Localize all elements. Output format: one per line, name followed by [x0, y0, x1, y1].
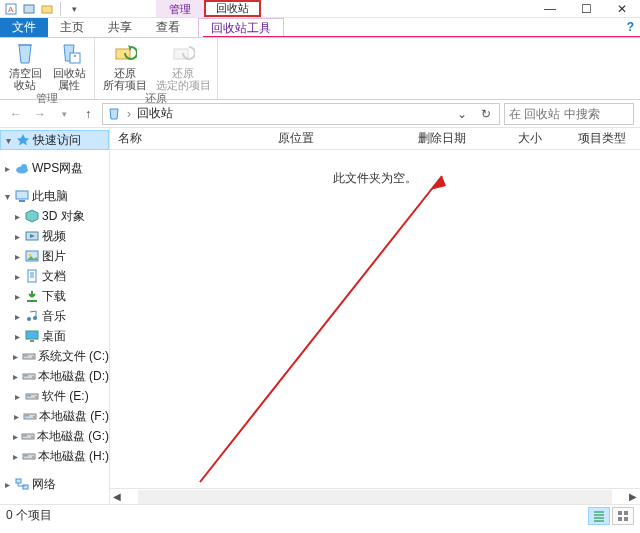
col-size[interactable]: 大小: [510, 130, 570, 147]
close-button[interactable]: ✕: [604, 0, 640, 18]
nav-tree[interactable]: ▾ 快速访问 ▸ WPS网盘 ▾ 此电脑 ▸3D 对象▸视频▸图片▸文档▸下载▸…: [0, 128, 110, 504]
file-list[interactable]: 此文件夹为空。: [110, 150, 640, 488]
chevron-right-icon[interactable]: ▸: [12, 371, 20, 382]
ribbon-group-manage: 清空回 收站 回收站 属性 管理: [0, 38, 95, 99]
tree-item[interactable]: ▸音乐: [0, 306, 109, 326]
svg-rect-11: [19, 200, 25, 202]
breadcrumb[interactable]: 回收站: [137, 105, 173, 122]
chevron-right-icon[interactable]: ▸: [12, 411, 21, 422]
tree-item-label: 3D 对象: [42, 208, 85, 225]
tree-item[interactable]: ▸本地磁盘 (F:): [0, 406, 109, 426]
chevron-right-icon[interactable]: ▸: [12, 211, 22, 222]
tree-item[interactable]: ▸本地磁盘 (G:): [0, 426, 109, 446]
svg-point-31: [33, 416, 35, 418]
tree-item[interactable]: ▸图片: [0, 246, 109, 266]
tree-network-label: 网络: [32, 476, 56, 493]
tab-recycle-tools[interactable]: 回收站工具: [198, 18, 284, 37]
chevron-right-icon[interactable]: ▸: [12, 391, 22, 402]
chevron-right-icon[interactable]: ▸: [12, 311, 22, 322]
tab-home[interactable]: 主页: [48, 18, 96, 37]
recent-button[interactable]: ▾: [54, 104, 74, 124]
col-type[interactable]: 项目类型: [570, 130, 640, 147]
help-icon[interactable]: ?: [627, 20, 634, 34]
chevron-right-icon[interactable]: ▸: [12, 431, 19, 442]
chevron-right-icon[interactable]: ▸: [12, 331, 22, 342]
minimize-button[interactable]: —: [532, 0, 568, 18]
tree-item[interactable]: ▸本地磁盘 (H:): [0, 446, 109, 466]
svg-rect-15: [28, 270, 36, 282]
column-headers[interactable]: 名称 原位置 删除日期 大小 项目类型: [110, 128, 640, 150]
details-view-button[interactable]: [588, 507, 610, 525]
svg-rect-24: [24, 375, 28, 377]
tree-item[interactable]: ▸本地磁盘 (D:): [0, 366, 109, 386]
scroll-left-icon[interactable]: ◀: [110, 491, 124, 502]
svg-point-5: [74, 55, 76, 57]
back-button[interactable]: ←: [6, 104, 26, 124]
horizontal-scrollbar[interactable]: ◀ ▶: [110, 488, 640, 504]
chevron-right-icon[interactable]: ▸: [2, 479, 12, 490]
network-icon: [14, 476, 30, 492]
search-box[interactable]: 🔍: [504, 103, 634, 125]
tree-network[interactable]: ▸ 网络: [0, 474, 109, 494]
restore-all-button[interactable]: 还原 所有项目: [103, 41, 147, 91]
maximize-button[interactable]: ☐: [568, 0, 604, 18]
address-bar[interactable]: › 回收站 ⌄ ↻: [102, 103, 500, 125]
svg-rect-30: [25, 415, 29, 417]
chevron-right-icon[interactable]: ▸: [12, 291, 22, 302]
cube-icon: [24, 208, 40, 224]
restore-selected-button[interactable]: 还原 选定的项目: [157, 41, 209, 91]
tree-item[interactable]: ▸下载: [0, 286, 109, 306]
scroll-right-icon[interactable]: ▶: [626, 491, 640, 502]
forward-button[interactable]: →: [30, 104, 50, 124]
empty-recycle-button[interactable]: 清空回 收站: [8, 41, 42, 91]
tree-quick-access[interactable]: ▾ 快速访问: [0, 130, 109, 150]
recycle-props-button[interactable]: 回收站 属性: [52, 41, 86, 91]
qat-customize-icon[interactable]: ▾: [67, 2, 81, 16]
svg-point-28: [35, 396, 37, 398]
tree-this-pc[interactable]: ▾ 此电脑: [0, 186, 109, 206]
svg-text:A: A: [8, 5, 14, 14]
tree-item[interactable]: ▸系统文件 (C:): [0, 346, 109, 366]
tree-quick-label: 快速访问: [33, 132, 81, 149]
chevron-right-icon[interactable]: ▸: [12, 231, 22, 242]
scroll-track[interactable]: [138, 490, 612, 504]
svg-marker-41: [430, 176, 446, 190]
chevron-right-icon[interactable]: ▸: [12, 351, 20, 362]
view-buttons: [588, 507, 634, 525]
tab-share[interactable]: 共享: [96, 18, 144, 37]
chevron-right-icon[interactable]: ▸: [12, 271, 22, 282]
tree-item[interactable]: ▸桌面: [0, 326, 109, 346]
svg-rect-10: [16, 191, 28, 199]
annotation-arrow: [190, 162, 470, 492]
context-tab-recycle[interactable]: 回收站: [204, 0, 261, 17]
large-icons-view-button[interactable]: [612, 507, 634, 525]
col-name[interactable]: 名称: [110, 130, 270, 147]
search-input[interactable]: [509, 107, 640, 121]
tree-item[interactable]: ▸软件 (E:): [0, 386, 109, 406]
tree-wps-label: WPS网盘: [32, 160, 83, 177]
props-qat-icon[interactable]: [22, 2, 36, 16]
music-icon: [24, 308, 40, 324]
chevron-down-icon[interactable]: ▾: [3, 135, 13, 146]
refresh-icon[interactable]: ↻: [477, 107, 495, 121]
tree-item[interactable]: ▸文档: [0, 266, 109, 286]
up-button[interactable]: ↑: [78, 104, 98, 124]
drive-icon: [21, 428, 35, 444]
tab-file[interactable]: 文件: [0, 18, 48, 37]
tree-item-label: 软件 (E:): [42, 388, 89, 405]
address-dropdown-icon[interactable]: ⌄: [453, 107, 471, 121]
tree-item-label: 系统文件 (C:): [38, 348, 109, 365]
chevron-right-icon[interactable]: ▸: [12, 451, 20, 462]
tree-wps[interactable]: ▸ WPS网盘: [0, 158, 109, 178]
chevron-right-icon[interactable]: ▸: [2, 163, 12, 174]
tab-view[interactable]: 查看: [144, 18, 192, 37]
restore-selected-label: 还原 选定的项目: [156, 67, 211, 91]
tree-item[interactable]: ▸3D 对象: [0, 206, 109, 226]
chevron-right-icon[interactable]: ▸: [12, 251, 22, 262]
new-folder-qat-icon[interactable]: [40, 2, 54, 16]
context-tab-manage[interactable]: 管理: [156, 0, 204, 17]
col-deldate[interactable]: 删除日期: [410, 130, 510, 147]
chevron-down-icon[interactable]: ▾: [2, 191, 12, 202]
tree-item[interactable]: ▸视频: [0, 226, 109, 246]
col-origloc[interactable]: 原位置: [270, 130, 410, 147]
